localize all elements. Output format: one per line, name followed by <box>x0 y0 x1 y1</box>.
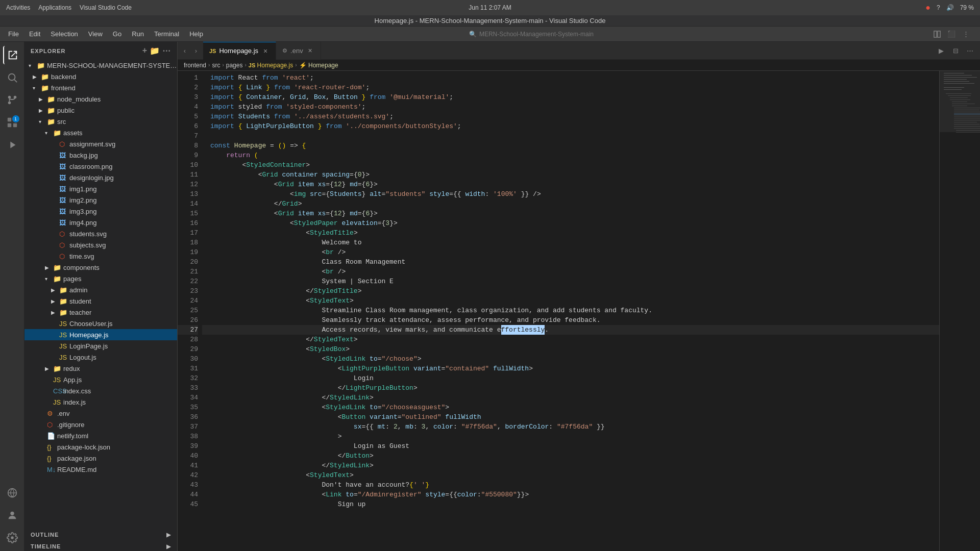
vscode-label[interactable]: Visual Studio Code <box>80 4 132 11</box>
tab-close-env[interactable]: × <box>306 46 314 55</box>
sidebar-item-homepage-js[interactable]: JS Homepage.js <box>24 329 177 340</box>
sidebar-item-public[interactable]: ▶ 📁 public <box>24 105 177 116</box>
sidebar-item-img4-png[interactable]: 🖼 img4.png <box>24 217 177 228</box>
account-icon[interactable] <box>3 506 21 524</box>
sidebar-item-package-lock-json[interactable]: {} package-lock.json <box>24 441 177 453</box>
code-editor[interactable]: 1 2 3 4 5 6 7 8 9 10 11 12 13 14 15 16 1… <box>178 71 980 551</box>
volume-icon[interactable]: 🔊 <box>946 4 954 11</box>
sidebar-item-logout-js[interactable]: JS Logout.js <box>24 352 177 363</box>
split-editor-button[interactable] <box>931 28 943 40</box>
code-line-13: <img src={Students} alt="students" style… <box>202 189 939 199</box>
new-file-icon[interactable]: + <box>142 46 148 56</box>
outline-section[interactable]: OUTLINE ▶ <box>24 528 177 539</box>
sidebar-item-teacher[interactable]: ▶ 📁 teacher <box>24 307 177 318</box>
sidebar-item-student[interactable]: ▶ 📁 student <box>24 295 177 307</box>
run-code-icon[interactable]: ▶ <box>935 44 947 57</box>
svg-line-3 <box>14 80 17 82</box>
menu-edit[interactable]: Edit <box>25 29 44 39</box>
applications-label[interactable]: Applications <box>38 4 71 11</box>
sidebar-item-designlogin-jpg[interactable]: 🖼 designlogin.jpg <box>24 172 177 183</box>
sidebar-item-backend[interactable]: ▶ 📁 backend <box>24 71 177 82</box>
sidebar-item-assets[interactable]: ▾ 📁 assets <box>24 127 177 138</box>
activity-bar: 1 <box>0 42 24 551</box>
sidebar-item-package-json[interactable]: {} package.json <box>24 453 177 464</box>
breadcrumb-src[interactable]: src <box>212 62 220 69</box>
code-line-39: Login as Guest <box>202 441 939 451</box>
sidebar-more-icon[interactable]: ⋯ <box>162 46 171 56</box>
search-activity-icon[interactable] <box>3 68 21 87</box>
sidebar-item-backg-jpg[interactable]: 🖼 backg.jpg <box>24 149 177 161</box>
tab-homepage-js[interactable]: JS Homepage.js × <box>203 42 276 60</box>
breadcrumb-symbol[interactable]: ⚡ Homepage <box>299 62 338 69</box>
code-line-40: </Button> <box>202 451 939 461</box>
split-view-icon[interactable]: ⊟ <box>949 44 962 57</box>
extensions-icon[interactable]: 1 <box>3 113 21 132</box>
tab-scroll-left[interactable]: ‹ <box>180 45 190 56</box>
settings-icon[interactable] <box>3 529 21 547</box>
sidebar-item-netlify-toml[interactable]: 📄 netlify.toml <box>24 430 177 441</box>
menu-help[interactable]: Help <box>185 29 207 39</box>
sidebar-item-assignment-svg[interactable]: ⬡ assignment.svg <box>24 138 177 149</box>
menu-file[interactable]: File <box>4 29 23 39</box>
new-folder-icon[interactable]: 📁 <box>150 46 160 56</box>
activities-label[interactable]: Activities <box>6 4 30 11</box>
sidebar-item-node-modules[interactable]: ▶ 📁 node_modules <box>24 93 177 105</box>
code-line-16: <StyledPaper elevation={3}> <box>202 218 939 228</box>
command-search-input[interactable] <box>465 28 669 40</box>
remote-icon[interactable] <box>3 484 21 502</box>
sidebar-item-students-svg[interactable]: ⬡ students.svg <box>24 228 177 239</box>
customize-layout-button[interactable]: ⋮ <box>960 28 972 40</box>
code-line-44: <Link to="/Adminregister" style={{color:… <box>202 490 939 499</box>
code-line-20: Class Room Management <box>202 257 939 267</box>
sidebar-item-time-svg[interactable]: ⬡ time.svg <box>24 251 177 262</box>
menu-view[interactable]: View <box>84 29 107 39</box>
layout-button[interactable]: ⬛ <box>945 28 958 40</box>
sidebar-item-gitignore[interactable]: ⬡ .gitignore <box>24 419 177 430</box>
code-line-36: <Button variant="outlined" fullWidth <box>202 412 939 422</box>
sidebar-item-app-js[interactable]: JS App.js <box>24 374 177 385</box>
breadcrumb-file[interactable]: JS Homepage.js <box>249 62 293 69</box>
sidebar-item-img1-png[interactable]: 🖼 img1.png <box>24 183 177 194</box>
menu-run[interactable]: Run <box>128 29 148 39</box>
sidebar-item-subjects-svg[interactable]: ⬡ subjects.svg <box>24 239 177 251</box>
sidebar-item-src[interactable]: ▾ 📁 src <box>24 116 177 127</box>
sidebar-item-img2-png[interactable]: 🖼 img2.png <box>24 194 177 206</box>
line-numbers: 1 2 3 4 5 6 7 8 9 10 11 12 13 14 15 16 1… <box>178 71 202 551</box>
sidebar-item-redux[interactable]: ▶ 📁 redux <box>24 363 177 374</box>
timeline-section[interactable]: TIMELINE ▶ <box>24 539 177 551</box>
sidebar-item-img3-png[interactable]: 🖼 img3.png <box>24 206 177 217</box>
close-indicator[interactable]: ● <box>925 3 930 12</box>
run-debug-icon[interactable] <box>3 136 21 154</box>
source-control-icon[interactable] <box>3 91 21 109</box>
sidebar-item-frontend[interactable]: ▾ 📁 frontend <box>24 82 177 93</box>
sidebar-item-pages[interactable]: ▾ 📁 pages <box>24 273 177 284</box>
menu-selection[interactable]: Selection <box>46 29 82 39</box>
explorer-icon[interactable] <box>3 46 21 64</box>
breadcrumb-pages[interactable]: pages <box>226 62 243 69</box>
more-actions-icon[interactable]: ⋯ <box>964 44 976 57</box>
menu-terminal[interactable]: Terminal <box>150 29 183 39</box>
help-icon[interactable]: ? <box>937 4 940 11</box>
tab-env[interactable]: ⚙ .env × <box>276 42 321 60</box>
sidebar-item-admin[interactable]: ▶ 📁 admin <box>24 284 177 295</box>
tree-root[interactable]: ▾ 📁 MERN-SCHOOL-MANAGEMENT-SYSTEM-MAIN <box>24 60 177 71</box>
sidebar-item-index-js[interactable]: JS index.js <box>24 396 177 408</box>
svg-point-13 <box>11 536 14 539</box>
sidebar-item-index-css[interactable]: CSS index.css <box>24 385 177 396</box>
sidebar-item-classroom-png[interactable]: 🖼 classroom.png <box>24 161 177 172</box>
window-title: Homepage.js - MERN-School-Management-Sys… <box>375 17 606 24</box>
svg-point-12 <box>10 512 14 515</box>
code-line-35: <StyledLink to="/chooseasguest"> <box>202 403 939 412</box>
sidebar-item-chooseuser-js[interactable]: JS ChooseUser.js <box>24 318 177 329</box>
sidebar-item-loginpage-js[interactable]: JS LoginPage.js <box>24 340 177 352</box>
menu-go[interactable]: Go <box>109 29 126 39</box>
sidebar-item-env[interactable]: ⚙ .env <box>24 408 177 419</box>
breadcrumb-frontend[interactable]: frontend <box>184 62 206 69</box>
sidebar-item-components[interactable]: ▶ 📁 components <box>24 262 177 273</box>
svg-point-5 <box>8 102 11 105</box>
code-content[interactable]: import React from 'react'; import { Link… <box>202 71 939 551</box>
tab-scroll-right[interactable]: › <box>191 45 201 56</box>
tab-close-homepage[interactable]: × <box>261 47 270 55</box>
timeline-chevron: ▶ <box>166 543 171 550</box>
sidebar-item-readme-md[interactable]: M↓ README.md <box>24 464 177 475</box>
